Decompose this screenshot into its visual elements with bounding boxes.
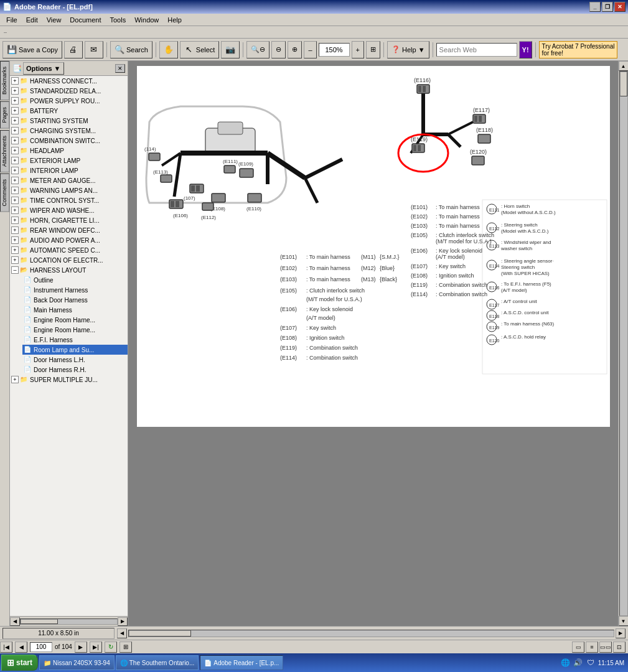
taskbar-adobe[interactable]: 📄 Adobe Reader - [EL.p... — [200, 655, 283, 670]
help-button[interactable]: ❓ Help ▼ — [387, 41, 429, 58]
expand-icon[interactable]: + — [11, 187, 19, 194]
menu-view[interactable]: View — [43, 15, 65, 25]
find-button[interactable]: ⊞ — [120, 642, 132, 653]
hscroll-thumb[interactable] — [129, 630, 191, 637]
zoom-in-button[interactable]: + — [352, 41, 364, 58]
taskbar-nissan[interactable]: 📁 Nissan 240SX 93-94 — [39, 655, 115, 670]
scroll-left-btn[interactable]: ◀ — [10, 617, 20, 626]
tree-item-rear-window[interactable]: + 📁 REAR WINDOW DEFC... — [10, 225, 128, 235]
tree-item-combination[interactable]: + 📁 COMBINATION SWITC... — [10, 136, 128, 146]
scroll-thumb-v[interactable] — [620, 72, 627, 96]
expand-icon[interactable]: + — [11, 77, 19, 85]
menu-window[interactable]: Window — [131, 15, 162, 25]
scroll-right-btn[interactable]: ▶ — [118, 617, 128, 626]
snapshot-button[interactable]: 📷 — [221, 41, 240, 58]
restore-button[interactable]: ❐ — [602, 2, 613, 12]
bookmarks-tab[interactable]: Bookmarks — [0, 61, 9, 100]
two-page-btn[interactable]: ▭▭ — [599, 642, 612, 653]
tree-item-warning[interactable]: + 📁 WARNING LAMPS AN... — [10, 185, 128, 195]
select-tool-button[interactable]: ↖ Select — [180, 41, 220, 58]
tree-item-outline[interactable]: 📄 Outline — [22, 275, 128, 285]
tree-item-wiper[interactable]: + 📁 WIPER AND WASHE... — [10, 205, 128, 215]
attachments-tab[interactable]: Attachments — [0, 130, 9, 172]
hscroll-left[interactable]: ◀ — [117, 628, 127, 638]
expand-icon[interactable]: + — [11, 147, 19, 154]
expand-icon[interactable]: + — [11, 256, 19, 264]
search-web-input[interactable] — [436, 43, 517, 57]
zoom-input[interactable]: 150% — [319, 43, 350, 57]
hand-tool-button[interactable]: ✋ — [159, 41, 178, 58]
expand-icon[interactable]: + — [11, 157, 19, 164]
tree-item-door-rh[interactable]: 📄 Door Harness R.H. — [22, 365, 128, 375]
save-button[interactable]: 💾 Save a Copy — [2, 41, 62, 58]
tree-item-headlamp[interactable]: + 📁 HEADLAMP — [10, 146, 128, 156]
menu-edit[interactable]: Edit — [22, 15, 42, 25]
tree-item-starting[interactable]: + 📁 STARTING SYSTEM — [10, 116, 128, 126]
print-button[interactable]: 🖨 — [64, 41, 83, 58]
tree-item-auto-speed[interactable]: + 📁 AUTOMATIC SPEED C... — [10, 245, 128, 255]
tree-item-room-lamp[interactable]: 📄 Room Lamp and Su... — [22, 345, 128, 355]
menu-file[interactable]: File — [2, 15, 21, 25]
page-number-input[interactable]: 100 — [30, 642, 52, 652]
expand-icon[interactable]: + — [11, 376, 19, 383]
tree-item-audio[interactable]: + 📁 AUDIO AND POWER A... — [10, 235, 128, 245]
pages-tab[interactable]: Pages — [0, 101, 9, 129]
expand-icon[interactable]: + — [11, 117, 19, 124]
next-page-button[interactable]: ▶ — [75, 642, 87, 653]
options-button[interactable]: Options ▼ — [23, 62, 64, 75]
refresh-button[interactable]: ↻ — [105, 642, 117, 653]
zoom-out-button[interactable]: – — [304, 41, 316, 58]
expand-icon[interactable]: + — [11, 87, 19, 95]
tree-item-horn[interactable]: + 📁 HORN, CIGARETTE LI... — [10, 215, 128, 225]
tree-item-back-door-harness[interactable]: 📄 Back Door Harness — [22, 295, 128, 305]
tree-item-main-harness[interactable]: 📄 Main Harness — [22, 305, 128, 315]
tree-item-super-multiple[interactable]: + 📁 SUPER MULTIPLE JU... — [10, 375, 128, 385]
scroll-up-btn[interactable]: ▲ — [619, 61, 629, 71]
last-page-button[interactable]: ▶| — [90, 642, 102, 653]
tree-item-harness-layout[interactable]: – 📂 HARNESS LAYOUT — [10, 265, 128, 275]
taskbar-ontario[interactable]: 🌐 The Southern Ontario... — [116, 655, 199, 670]
fit-page-btn[interactable]: ⊡ — [613, 642, 626, 653]
scroll-thumb-h[interactable] — [21, 619, 58, 624]
expand-icon[interactable]: + — [11, 217, 19, 224]
nav-close-button[interactable]: ✕ — [115, 64, 125, 73]
menu-document[interactable]: Document — [66, 15, 105, 25]
nav-hscroll[interactable]: ◀ ▶ — [10, 616, 128, 626]
expand-icon[interactable]: – — [11, 266, 19, 274]
expand-icon[interactable]: + — [11, 167, 19, 174]
expand-icon[interactable]: + — [11, 177, 19, 184]
tree-item-standardized[interactable]: + 📁 STANDARDIZED RELA... — [10, 86, 128, 96]
tree-item-location[interactable]: + 📁 LOCATION OF ELECTR... — [10, 255, 128, 265]
zoom-back-button[interactable]: 🔍⊖ — [246, 41, 269, 58]
hscroll-right[interactable]: ▶ — [616, 628, 626, 638]
expand-icon[interactable]: + — [11, 137, 19, 144]
prev-page-button[interactable]: ◀ — [15, 642, 27, 653]
menu-tools[interactable]: Tools — [106, 15, 130, 25]
expand-icon[interactable]: + — [11, 207, 19, 214]
expand-icon[interactable]: + — [11, 127, 19, 134]
tree-item-battery[interactable]: + 📁 BATTERY — [10, 106, 128, 116]
expand-icon[interactable]: + — [11, 246, 19, 254]
search-button[interactable]: 🔍 Search — [110, 41, 152, 58]
acrobat-promo[interactable]: Try Acrobat 7 Professionalfor free! — [539, 41, 618, 58]
expand-icon[interactable]: + — [11, 236, 19, 244]
tree-item-meter[interactable]: + 📁 METER AND GAUGE... — [10, 175, 128, 185]
expand-icon[interactable]: + — [11, 107, 19, 114]
zoom-next-button[interactable]: ⊕ — [288, 41, 302, 58]
expand-icon[interactable]: + — [11, 97, 19, 105]
single-page-btn[interactable]: ▭ — [572, 642, 584, 653]
full-page-button[interactable]: ⊞ — [366, 41, 380, 58]
yahoo-button[interactable]: Y! — [519, 41, 532, 58]
comments-tab[interactable]: Comments — [0, 174, 9, 212]
tree-item-time-control[interactable]: + 📁 TIME CONTROL SYST... — [10, 195, 128, 205]
email-button[interactable]: ✉ — [85, 41, 103, 58]
scroll-page-btn[interactable]: ≡ — [586, 642, 598, 653]
expand-icon[interactable]: + — [11, 226, 19, 234]
tree-item-charging[interactable]: + 📁 CHARGING SYSTEM... — [10, 126, 128, 136]
close-button[interactable]: ✕ — [614, 2, 626, 12]
zoom-prev-button[interactable]: ⊖ — [271, 41, 286, 58]
scroll-down-btn[interactable]: ▼ — [619, 616, 629, 626]
tree-item-exterior-lamp[interactable]: + 📁 EXTERIOR LAMP — [10, 156, 128, 166]
menu-help[interactable]: Help — [164, 15, 185, 25]
tree-item-engine-room-1[interactable]: 📄 Engine Room Harne... — [22, 315, 128, 325]
